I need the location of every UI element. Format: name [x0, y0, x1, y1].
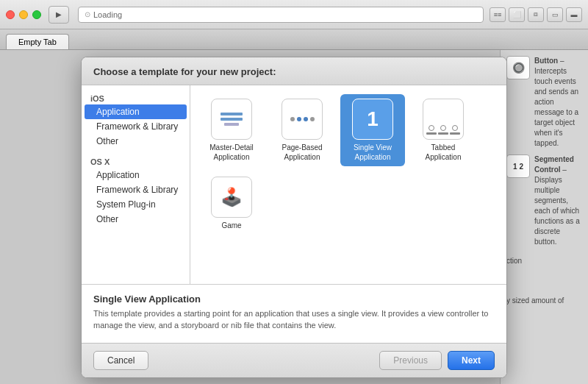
- template-icon-game: 🕹️: [211, 177, 252, 218]
- cat-ios-application[interactable]: Application: [85, 104, 187, 119]
- right-panel-extra-text: ction: [506, 256, 582, 266]
- cat-osx-framework[interactable]: Framework & Library: [82, 182, 190, 197]
- dialog-footer: Cancel Previous Next: [82, 343, 506, 377]
- template-icon-master-detail: [211, 99, 252, 140]
- title-bar: ▶ ⊙ Loading ≡≡ ⬜ ⧈ ▭ ▬: [0, 0, 588, 29]
- right-panel-section-2: ction y sized amount of: [506, 256, 582, 306]
- next-button[interactable]: Next: [448, 351, 495, 370]
- template-label-single-view: Single ViewApplication: [354, 143, 392, 162]
- cat-ios-other[interactable]: Other: [82, 134, 190, 149]
- right-panel-section-1: 🔘 Button – Intercepts touch events and s…: [506, 56, 582, 247]
- template-master-detail[interactable]: Master-DetailApplication: [199, 94, 264, 166]
- run-button[interactable]: ▶: [49, 6, 69, 24]
- toolbar-btn-5[interactable]: ▬: [566, 7, 582, 22]
- address-bar[interactable]: ⊙ Loading: [78, 7, 484, 23]
- close-button[interactable]: [6, 10, 15, 19]
- segmented-icon: 1 2: [506, 154, 530, 178]
- template-tabbed[interactable]: TabbedApplication: [411, 94, 476, 166]
- dialog-header: Choose a template for your new project:: [82, 57, 506, 85]
- loading-icon: ⊙: [85, 10, 90, 18]
- category-pane: iOS Application Framework & Library Othe…: [82, 85, 190, 284]
- dialog-title: Choose a template for your new project:: [93, 66, 276, 77]
- desc-title: Single View Application: [93, 294, 495, 305]
- right-item-button: 🔘 Button – Intercepts touch events and s…: [506, 56, 582, 149]
- template-single-view[interactable]: 1 Single ViewApplication: [340, 94, 405, 166]
- cat-osx-other[interactable]: Other: [82, 212, 190, 227]
- cat-osx-plugin[interactable]: System Plug-in: [82, 197, 190, 212]
- template-icon-single-view: 1: [352, 99, 393, 140]
- right-panel: 🔘 Button – Intercepts touch events and s…: [500, 50, 588, 384]
- segmented-desc: Segmented Control – Displays multiple se…: [534, 154, 582, 247]
- cancel-button[interactable]: Cancel: [93, 351, 148, 370]
- dialog-overlay: Choose a template for your new project: …: [0, 50, 588, 384]
- address-text: Loading: [93, 10, 122, 19]
- cat-osx-application[interactable]: Application: [82, 168, 190, 182]
- button-desc: Button – Intercepts touch events and sen…: [534, 56, 582, 149]
- maximize-button[interactable]: [32, 10, 41, 19]
- toolbar-btn-1[interactable]: ≡≡: [490, 7, 506, 22]
- right-panel-extra-text2: y sized amount of: [506, 296, 582, 306]
- template-label-master-detail: Master-DetailApplication: [209, 143, 253, 162]
- right-toolbar: ≡≡ ⬜ ⧈ ▭ ▬: [490, 7, 582, 22]
- tab-empty[interactable]: Empty Tab: [6, 34, 69, 49]
- dialog-body: iOS Application Framework & Library Othe…: [82, 85, 506, 284]
- template-icon-tabbed: [423, 99, 464, 140]
- previous-button[interactable]: Previous: [379, 351, 442, 370]
- new-project-dialog: Choose a template for your new project: …: [81, 57, 507, 378]
- button-icon: 🔘: [506, 56, 530, 79]
- osx-section-label: OS X: [82, 154, 190, 168]
- minimize-button[interactable]: [19, 10, 28, 19]
- tab-bar: Empty Tab: [0, 29, 588, 50]
- template-pane: Master-DetailApplication Page-BasedAppli…: [190, 85, 506, 284]
- template-label-page-based: Page-BasedApplication: [282, 143, 322, 162]
- template-label-game: Game: [221, 221, 241, 230]
- desc-text: This template provides a starting point …: [93, 307, 495, 332]
- description-pane: Single View Application This template pr…: [82, 284, 506, 343]
- navigation-buttons: Previous Next: [379, 351, 495, 370]
- traffic-lights: [6, 10, 41, 19]
- template-icon-page-based: [282, 99, 323, 140]
- ios-section-label: iOS: [82, 91, 190, 104]
- right-item-segmented: 1 2 Segmented Control – Displays multipl…: [506, 154, 582, 247]
- template-game[interactable]: 🕹️ Game: [199, 172, 264, 235]
- template-page-based[interactable]: Page-BasedApplication: [270, 94, 334, 166]
- toolbar-btn-2[interactable]: ⬜: [509, 7, 525, 22]
- toolbar-btn-3[interactable]: ⧈: [528, 7, 544, 22]
- toolbar-btn-4[interactable]: ▭: [547, 7, 563, 22]
- template-label-tabbed: TabbedApplication: [426, 143, 462, 162]
- cat-ios-framework[interactable]: Framework & Library: [82, 119, 190, 134]
